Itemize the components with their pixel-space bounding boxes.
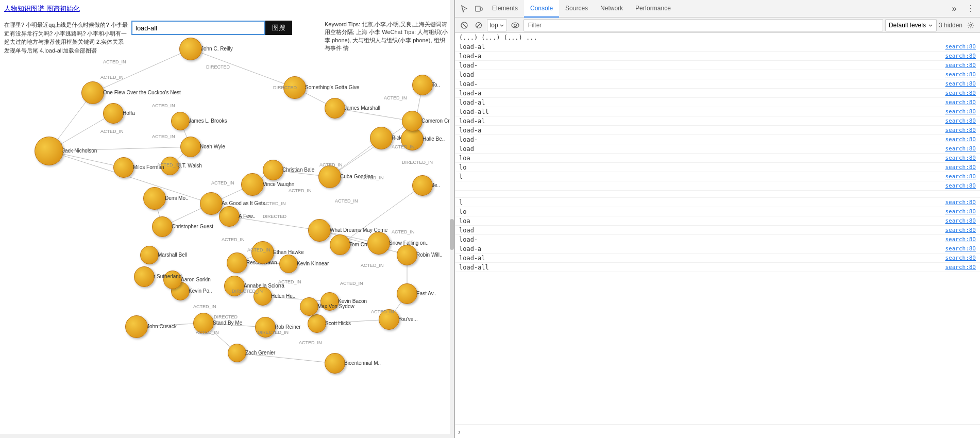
- console-source[interactable]: search:80: [945, 136, 976, 143]
- console-settings-button[interactable]: [965, 19, 977, 31]
- graph-node[interactable]: [227, 252, 247, 273]
- graph-node[interactable]: [180, 137, 201, 157]
- graph-node[interactable]: [397, 283, 417, 304]
- console-row[interactable]: load-alsearch:80: [455, 98, 980, 107]
- console-row[interactable]: load-asearch:80: [455, 89, 980, 98]
- console-source[interactable]: search:80: [945, 199, 976, 206]
- graph-node[interactable]: [171, 112, 190, 130]
- graph-node[interactable]: [163, 271, 182, 289]
- devtools-settings-icon[interactable]: ⋮: [964, 2, 978, 16]
- console-source[interactable]: search:80: [945, 90, 976, 96]
- graph-node[interactable]: [367, 232, 390, 255]
- console-row[interactable]: load-alsearch:80: [455, 42, 980, 52]
- console-source[interactable]: search:80: [945, 164, 976, 171]
- graph-node[interactable]: [402, 111, 423, 131]
- console-row[interactable]: loasearch:80: [455, 216, 980, 226]
- console-input[interactable]: [464, 428, 977, 435]
- graph-node[interactable]: [81, 81, 104, 104]
- graph-node[interactable]: [161, 157, 179, 175]
- console-row[interactable]: load-search:80: [455, 79, 980, 89]
- graph-node[interactable]: [200, 192, 223, 215]
- console-row[interactable]: load-search:80: [455, 61, 980, 70]
- graph-node[interactable]: [254, 287, 272, 306]
- graph-node[interactable]: [152, 216, 173, 237]
- graph-node[interactable]: [308, 219, 331, 242]
- console-row[interactable]: loasearch:80: [455, 154, 980, 163]
- console-source[interactable]: search:80: [945, 245, 976, 252]
- console-source[interactable]: search:80: [945, 108, 976, 115]
- graph-node[interactable]: [283, 76, 306, 99]
- bottom-scrollbar[interactable]: [0, 434, 450, 438]
- graph-node[interactable]: [140, 246, 159, 264]
- console-source[interactable]: search:80: [945, 53, 976, 59]
- graph-node[interactable]: [224, 276, 245, 296]
- console-row[interactable]: load-alsearch:80: [455, 254, 980, 263]
- graph-node[interactable]: [330, 234, 350, 255]
- console-row[interactable]: load-asearch:80: [455, 52, 980, 61]
- graph-node[interactable]: [318, 165, 341, 188]
- graph-node[interactable]: [308, 314, 326, 333]
- console-source[interactable]: search:80: [945, 264, 976, 271]
- tab-network[interactable]: Network: [594, 0, 629, 18]
- graph-node[interactable]: [370, 127, 393, 149]
- graph-node[interactable]: [143, 187, 166, 210]
- graph-node[interactable]: [125, 315, 148, 338]
- console-row[interactable]: load-search:80: [455, 235, 980, 244]
- graph-node[interactable]: [219, 206, 240, 227]
- filter-input[interactable]: [526, 20, 881, 31]
- graph-node[interactable]: [412, 75, 433, 95]
- graph-node[interactable]: [241, 173, 264, 196]
- graph-node[interactable]: [325, 353, 345, 374]
- graph-node[interactable]: [251, 241, 274, 264]
- console-source[interactable]: search:80: [945, 173, 976, 180]
- console-source[interactable]: search:80: [945, 145, 976, 152]
- tab-elements[interactable]: Elements: [486, 0, 524, 18]
- console-row[interactable]: load-asearch:80: [455, 126, 980, 135]
- graph-node[interactable]: [103, 103, 124, 124]
- graph-node[interactable]: [320, 292, 339, 311]
- graph-node[interactable]: [379, 309, 399, 330]
- console-source[interactable]: search:80: [945, 117, 976, 124]
- console-row[interactable]: load-allsearch:80: [455, 263, 980, 272]
- console-output[interactable]: (...) (...) (...) ...load-alsearch:80loa…: [455, 33, 980, 425]
- console-source[interactable]: search:80: [945, 208, 976, 215]
- cursor-icon[interactable]: [457, 0, 471, 18]
- console-source[interactable]: search:80: [945, 43, 976, 50]
- console-row[interactable]: search:80: [455, 181, 980, 191]
- more-tabs-button[interactable]: »: [947, 2, 961, 16]
- console-row[interactable]: losearch:80: [455, 163, 980, 172]
- clear-console-button[interactable]: [458, 19, 470, 31]
- console-source[interactable]: search:80: [945, 155, 976, 161]
- graph-node[interactable]: [134, 266, 155, 287]
- search-input[interactable]: [131, 21, 265, 35]
- console-row[interactable]: load-search:80: [455, 135, 980, 144]
- filter-input-wrapper[interactable]: [523, 19, 883, 31]
- graph-title[interactable]: 人物知识图谱 图谱初始化: [4, 4, 80, 13]
- graph-node[interactable]: [255, 317, 276, 338]
- console-source[interactable]: search:80: [945, 255, 976, 261]
- graph-node[interactable]: [300, 297, 318, 316]
- console-source[interactable]: search:80: [945, 62, 976, 69]
- graph-node[interactable]: [35, 137, 63, 165]
- tab-performance[interactable]: Performance: [629, 0, 677, 18]
- graph-node[interactable]: [193, 313, 214, 333]
- tab-sources[interactable]: Sources: [559, 0, 594, 18]
- console-row[interactable]: load-asearch:80: [455, 244, 980, 254]
- tab-console[interactable]: Console: [524, 0, 559, 18]
- console-source[interactable]: search:80: [945, 127, 976, 133]
- graph-node[interactable]: [113, 157, 134, 178]
- search-button[interactable]: 图搜: [265, 21, 292, 35]
- console-row[interactable]: loadsearch:80: [455, 226, 980, 235]
- graph-node[interactable]: [325, 98, 345, 119]
- console-row[interactable]: losearch:80: [455, 207, 980, 216]
- device-icon[interactable]: [471, 0, 486, 18]
- left-scrollbar[interactable]: [450, 0, 454, 438]
- console-row[interactable]: [455, 191, 980, 198]
- console-source[interactable]: search:80: [945, 99, 976, 106]
- default-levels-button[interactable]: Default levels: [885, 19, 937, 31]
- console-row[interactable]: loadsearch:80: [455, 70, 980, 79]
- graph-node[interactable]: [412, 175, 433, 196]
- console-row[interactable]: load-alsearch:80: [455, 116, 980, 126]
- left-scrollbar-thumb[interactable]: [450, 219, 454, 250]
- console-source[interactable]: search:80: [945, 80, 976, 87]
